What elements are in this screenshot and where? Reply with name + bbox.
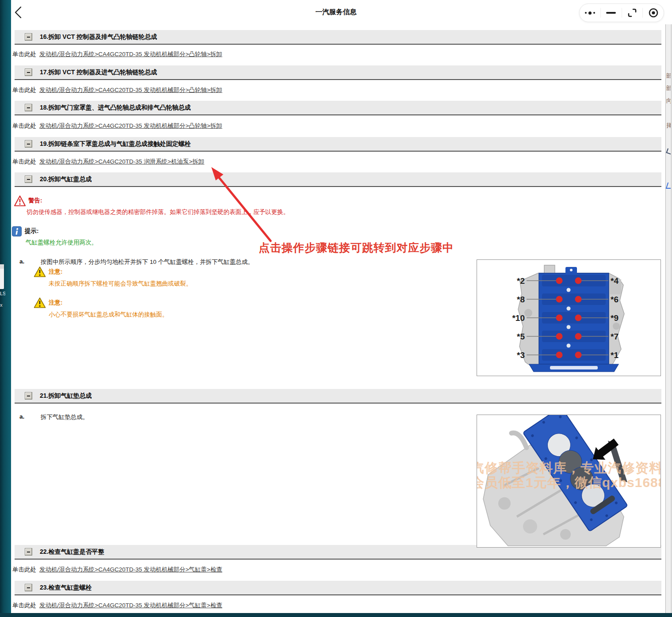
bolt-label: *8 [517, 295, 525, 304]
chevron-left-icon [12, 5, 26, 19]
section-header-19[interactable]: 19.拆卸链条室下罩盖总成与气缸盖总成接触处固定螺栓 [15, 137, 661, 152]
procedure-link[interactable]: 发动机/混合动力系统>CA4GC20TD-35 发动机机械部分>凸轮轴>拆卸 [39, 87, 222, 93]
annotation-text: 点击操作步骤链接可跳转到对应步骤中 [259, 240, 454, 255]
bolt-label: *7 [611, 332, 619, 341]
info-icon [12, 226, 22, 236]
link-prefix: 单击此处 [12, 51, 36, 57]
section-title: 20.拆卸气缸盖总成 [40, 175, 92, 183]
desktop-file-label2: x [0, 302, 4, 308]
procedure-link[interactable]: 发动机/混合动力系统>CA4GC20TD-35 发动机机械部分>凸轮轴>拆卸 [39, 51, 222, 57]
bolt-label: *1 [611, 350, 619, 360]
warning-text: 切勿使传感器，控制器或继电器之类的精密部件掉落。如果它们掉落到坚硬的表面上，应予… [27, 208, 289, 216]
procedure-link[interactable]: 发动机/混合动力系统>CA4GC20TD-35 发动机机械部分>凸轮轴>拆卸 [39, 122, 222, 129]
section-title: 19.拆卸链条室下罩盖总成与气缸盖总成接触处固定螺栓 [40, 140, 191, 148]
desktop-file-label: LS [0, 291, 5, 296]
collapse-icon[interactable] [25, 33, 32, 41]
section-header-21[interactable]: 21.拆卸气缸垫总成 [15, 389, 661, 404]
minimize-button[interactable] [601, 4, 622, 22]
section-title: 21.拆卸气缸垫总成 [40, 392, 92, 400]
link-prefix: 单击此处 [12, 158, 36, 165]
section-title: 16.拆卸 VCT 控制器及排气凸轮轴链轮总成 [40, 33, 157, 41]
step-text: 拆下气缸垫总成。 [41, 413, 88, 421]
collapse-icon[interactable] [25, 104, 32, 111]
warning-label: 警告: [28, 197, 42, 205]
link-row-18: 单击此处发动机/混合动力系统>CA4GC20TD-35 发动机机械部分>凸轮轴>… [12, 122, 222, 130]
restore-button[interactable] [622, 4, 643, 22]
link-row-19: 单击此处发动机/混合动力系统>CA4GC20TD-35 润滑系统>机油泵>拆卸 [12, 158, 204, 166]
collapse-icon[interactable] [25, 69, 32, 76]
link-row-16: 单击此处发动机/混合动力系统>CA4GC20TD-35 发动机机械部分>凸轮轴>… [12, 50, 222, 58]
caution-text: 未按正确顺序拆下螺栓可能会导致气缸盖翘曲或破裂。 [49, 280, 192, 288]
procedure-link[interactable]: 发动机/混合动力系统>CA4GC20TD-35 润滑系统>机油泵>拆卸 [39, 158, 204, 165]
bolt-label: *3 [517, 350, 525, 360]
section-header-23[interactable]: 23.检查气缸盖螺栓 [15, 581, 661, 595]
section-title: 22.检查气缸盖是否平整 [40, 548, 104, 556]
collapse-icon[interactable] [25, 175, 32, 183]
collapse-icon[interactable] [25, 392, 32, 400]
section-header-18[interactable]: 18.拆卸气门室罩盖、进气凸轮轴总成和排气凸轮轴总成 [15, 101, 661, 115]
section-header-16[interactable]: 16.拆卸 VCT 控制器及排气凸轮轴链轮总成 [15, 30, 661, 45]
collapse-icon[interactable] [25, 584, 32, 591]
bolt-label: *6 [611, 295, 619, 304]
bolt-label: *9 [611, 313, 619, 323]
caution-text: 小心不要损坏气缸盖总成和气缸体的接触面。 [49, 311, 168, 319]
caution-label: 注意: [49, 299, 63, 307]
watermark-line2: 会员低至1元年，微信qxbs1688 [477, 474, 661, 492]
bolt-label: *2 [517, 276, 525, 286]
link-prefix: 单击此处 [12, 122, 36, 129]
section-title: 18.拆卸气门室罩盖、进气凸轮轴总成和排气凸轮轴总成 [40, 104, 191, 112]
collapse-icon[interactable] [25, 140, 32, 148]
collapse-icon[interactable] [25, 548, 32, 556]
section-title: 23.检查气缸盖螺栓 [40, 584, 92, 592]
caution-label: 注意: [49, 268, 63, 276]
tip-label: 提示: [25, 227, 39, 235]
bolt-label: *10 [512, 313, 525, 323]
record-icon [648, 7, 659, 19]
bolt-label: *5 [517, 332, 525, 341]
warning-triangle-icon [14, 195, 26, 207]
procedure-link[interactable]: 发动机/混合动力系统>CA4GC20TD-35 发动机机械部分>气缸盖>检查 [39, 566, 222, 573]
desktop-file-icon-fold [0, 264, 4, 269]
procedure-link[interactable]: 发动机/混合动力系统>CA4GC20TD-35 发动机机械部分>气缸盖>检查 [39, 602, 222, 609]
desktop-background-bottom [0, 613, 672, 617]
engine-bolt-diagram: *2 *8 *10 *5 *3 *4 *6 *9 *7 *1 [477, 260, 661, 376]
step-text: 按图中所示顺序，分步均匀地松开并拆下 10 个气缸盖螺栓，并拆下气缸盖总成。 [41, 258, 254, 266]
head-gasket-figure: 汽修帮手资料库，专业汽修资料库 会员低至1元年，微信qxbs1688 [477, 415, 661, 548]
bolt-order-figure: *2 *8 *10 *5 *3 *4 *6 *9 *7 *1 [477, 259, 661, 376]
caution-triangle-icon [34, 266, 46, 278]
section-header-17[interactable]: 17.拆卸 VCT 控制器及进气凸轮轴链轮总成 [15, 65, 661, 80]
section-header-20[interactable]: 20.拆卸气缸盖总成 [15, 172, 661, 187]
tip-text: 气缸盖螺栓允许使用两次。 [26, 239, 97, 247]
link-row-17: 单击此处发动机/混合动力系统>CA4GC20TD-35 发动机机械部分>凸轮轴>… [12, 86, 222, 94]
link-prefix: 单击此处 [12, 87, 36, 93]
record-button[interactable] [643, 4, 664, 22]
link-row-23: 单击此处发动机/混合动力系统>CA4GC20TD-35 发动机机械部分>气缸盖>… [12, 602, 222, 609]
caution-triangle-icon [34, 297, 46, 308]
section-title: 17.拆卸 VCT 控制器及进气凸轮轴链轮总成 [40, 69, 157, 76]
desktop-background-left [0, 0, 11, 617]
more-icon [585, 11, 595, 15]
link-prefix: 单击此处 [12, 602, 36, 609]
page-title: 一汽服务信息 [0, 8, 672, 17]
link-prefix: 单击此处 [12, 566, 36, 573]
restore-icon [627, 8, 638, 18]
background-window-strip: 部 部 向 择 [665, 24, 672, 613]
link-row-22: 单击此处发动机/混合动力系统>CA4GC20TD-35 发动机机械部分>气缸盖>… [12, 566, 222, 574]
window-capsule-controls [579, 4, 664, 22]
bolt-label: *4 [611, 276, 619, 286]
more-button[interactable] [580, 4, 600, 22]
step-letter: a. [19, 413, 24, 420]
step-letter: a. [19, 258, 24, 265]
minimize-icon [606, 12, 616, 14]
back-button[interactable] [12, 5, 26, 19]
